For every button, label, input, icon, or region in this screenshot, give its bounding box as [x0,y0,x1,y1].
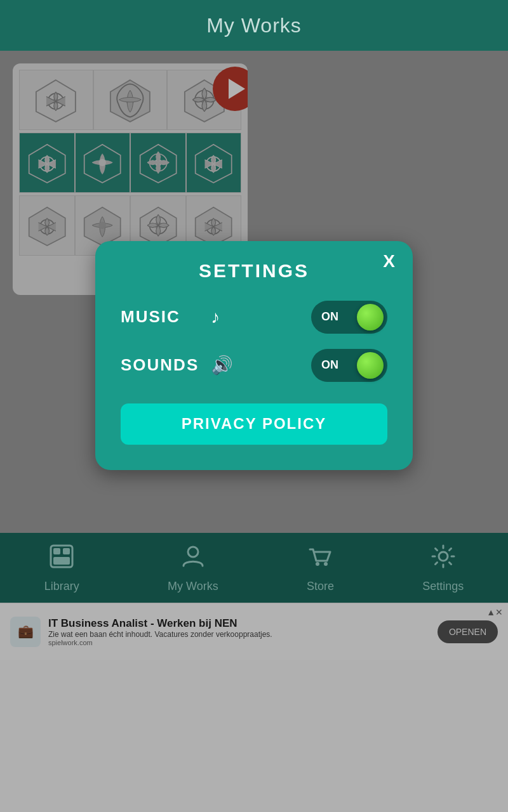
music-toggle[interactable]: ON [311,301,387,334]
main-content: SETTINGS X MUSIC ♪ ON SOUNDS 🔊 ON [0,51,508,660]
settings-dialog: SETTINGS X MUSIC ♪ ON SOUNDS 🔊 ON [95,241,413,470]
music-icon: ♪ [211,307,236,327]
close-button[interactable]: X [383,252,395,270]
sounds-icon: 🔊 [211,355,236,376]
settings-overlay: SETTINGS X MUSIC ♪ ON SOUNDS 🔊 ON [0,51,508,660]
music-setting-row: MUSIC ♪ ON [121,301,387,334]
privacy-policy-button[interactable]: PRIVACY POLICY [121,403,387,445]
sounds-label: SOUNDS [121,355,203,375]
music-toggle-state: ON [321,310,338,324]
app-header: My Works [0,0,508,51]
music-label: MUSIC [121,307,203,327]
music-toggle-knob [357,304,384,331]
sounds-toggle-state: ON [321,358,338,372]
sounds-setting-row: SOUNDS 🔊 ON [121,349,387,382]
page-title: My Works [206,14,302,37]
sounds-toggle-knob [357,352,384,379]
sounds-toggle[interactable]: ON [311,349,387,382]
settings-title: SETTINGS [121,260,387,282]
